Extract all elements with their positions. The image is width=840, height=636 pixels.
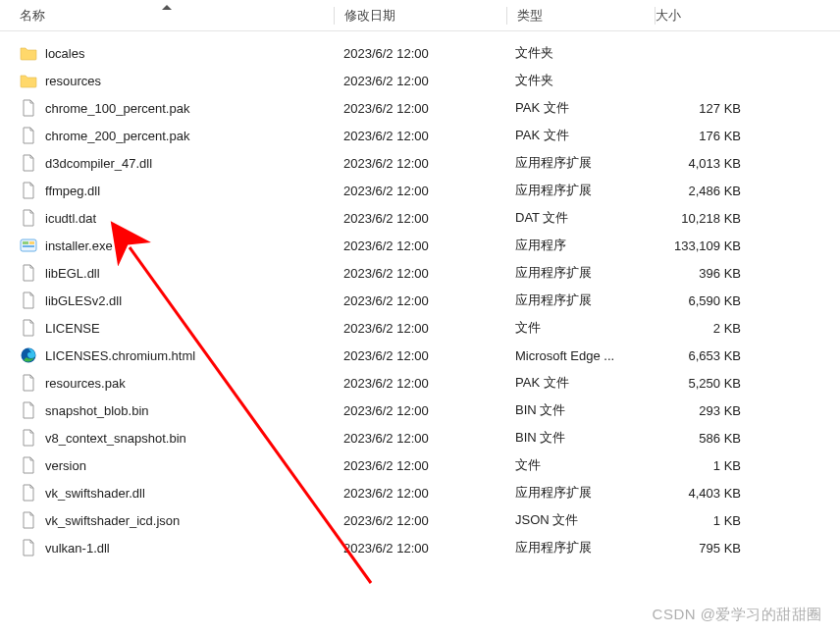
- file-name-label: d3dcompiler_47.dll: [45, 156, 152, 171]
- file-icon: [20, 319, 37, 337]
- edge-icon: [20, 346, 37, 364]
- file-name-cell: resources: [0, 72, 334, 89]
- file-icon: [20, 264, 37, 282]
- file-name-cell: vk_swiftshader.dll: [0, 484, 334, 502]
- file-row[interactable]: d3dcompiler_47.dll2023/6/2 12:00应用程序扩展4,…: [0, 149, 840, 177]
- file-date-cell: 2023/6/2 12:00: [334, 513, 505, 528]
- file-name-cell: chrome_200_percent.pak: [0, 127, 334, 144]
- file-row[interactable]: libEGL.dll2023/6/2 12:00应用程序扩展396 KB: [0, 259, 840, 287]
- file-size-cell: 2,486 KB: [653, 184, 761, 198]
- file-row[interactable]: vk_swiftshader.dll2023/6/2 12:00应用程序扩展4,…: [0, 479, 840, 506]
- file-list: locales2023/6/2 12:00文件夹resources2023/6/…: [0, 31, 840, 561]
- svg-rect-1: [23, 241, 28, 244]
- file-row[interactable]: ffmpeg.dll2023/6/2 12:00应用程序扩展2,486 KB: [0, 177, 840, 204]
- file-type-cell: 文件夹: [505, 44, 653, 62]
- file-date-cell: 2023/6/2 12:00: [334, 321, 505, 336]
- file-row[interactable]: resources.pak2023/6/2 12:00PAK 文件5,250 K…: [0, 369, 840, 397]
- file-size-cell: 795 KB: [653, 541, 761, 556]
- file-size-cell: 293 KB: [653, 403, 761, 418]
- file-icon: [20, 99, 37, 117]
- file-row[interactable]: locales2023/6/2 12:00文件夹: [0, 39, 840, 67]
- file-icon: [20, 401, 37, 419]
- file-row[interactable]: snapshot_blob.bin2023/6/2 12:00BIN 文件293…: [0, 397, 840, 424]
- file-date-cell: 2023/6/2 12:00: [334, 431, 505, 446]
- file-row[interactable]: v8_context_snapshot.bin2023/6/2 12:00BIN…: [0, 424, 840, 451]
- folder-icon: [20, 44, 37, 62]
- folder-icon: [20, 72, 37, 89]
- file-date-cell: 2023/6/2 12:00: [334, 156, 505, 171]
- file-type-cell: 应用程序扩展: [505, 154, 653, 172]
- file-name-label: resources.pak: [45, 376, 126, 391]
- file-icon: [20, 456, 37, 474]
- file-size-cell: 176 KB: [653, 129, 761, 143]
- svg-rect-3: [23, 245, 34, 247]
- file-name-label: libEGL.dll: [45, 266, 100, 281]
- file-type-cell: 应用程序扩展: [505, 539, 653, 556]
- file-icon: [20, 182, 37, 199]
- file-size-cell: 4,403 KB: [653, 486, 761, 501]
- column-header-name[interactable]: 名称: [0, 7, 334, 25]
- column-header-size[interactable]: 大小: [656, 7, 763, 25]
- file-date-cell: 2023/6/2 12:00: [334, 348, 505, 363]
- file-type-cell: 文件: [505, 456, 653, 474]
- file-date-cell: 2023/6/2 12:00: [334, 129, 505, 143]
- file-icon: [20, 154, 37, 172]
- file-name-label: LICENSE: [45, 321, 100, 336]
- file-size-cell: 2 KB: [653, 321, 761, 336]
- file-row[interactable]: libGLESv2.dll2023/6/2 12:00应用程序扩展6,590 K…: [0, 287, 840, 314]
- file-type-cell: 文件: [505, 319, 653, 337]
- watermark-text: CSDN @爱学习的甜甜圈: [653, 606, 822, 624]
- file-name-label: locales: [45, 46, 84, 61]
- file-name-label: snapshot_blob.bin: [45, 403, 149, 418]
- file-icon: [20, 209, 37, 227]
- file-name-label: libGLESv2.dll: [45, 293, 122, 308]
- file-row[interactable]: icudtl.dat2023/6/2 12:00DAT 文件10,218 KB: [0, 204, 840, 232]
- file-row[interactable]: LICENSE2023/6/2 12:00文件2 KB: [0, 314, 840, 342]
- file-type-cell: 应用程序: [505, 237, 653, 254]
- svg-rect-2: [29, 241, 34, 244]
- file-size-cell: 6,653 KB: [653, 348, 761, 363]
- file-name-cell: icudtl.dat: [0, 209, 334, 227]
- file-row[interactable]: vulkan-1.dll2023/6/2 12:00应用程序扩展795 KB: [0, 534, 840, 561]
- file-size-cell: 1 KB: [653, 458, 761, 473]
- file-type-cell: JSON 文件: [505, 511, 653, 529]
- file-name-cell: chrome_100_percent.pak: [0, 99, 334, 117]
- file-name-label: version: [45, 458, 86, 473]
- file-date-cell: 2023/6/2 12:00: [334, 74, 505, 88]
- file-icon: [20, 292, 37, 309]
- file-date-cell: 2023/6/2 12:00: [334, 101, 505, 116]
- file-name-cell: vulkan-1.dll: [0, 539, 334, 556]
- column-header-name-label: 名称: [20, 7, 45, 25]
- file-row[interactable]: vk_swiftshader_icd.json2023/6/2 12:00JSO…: [0, 506, 840, 534]
- file-type-cell: BIN 文件: [505, 429, 653, 447]
- file-row[interactable]: resources2023/6/2 12:00文件夹: [0, 67, 840, 94]
- file-size-cell: 127 KB: [653, 101, 761, 116]
- file-icon: [20, 539, 37, 556]
- file-row[interactable]: chrome_200_percent.pak2023/6/2 12:00PAK …: [0, 122, 840, 149]
- column-header-type[interactable]: 类型: [507, 7, 655, 25]
- file-icon: [20, 484, 37, 502]
- file-name-cell: LICENSE: [0, 319, 334, 337]
- file-size-cell: 10,218 KB: [653, 211, 761, 226]
- file-date-cell: 2023/6/2 12:00: [334, 266, 505, 281]
- file-row[interactable]: chrome_100_percent.pak2023/6/2 12:00PAK …: [0, 94, 840, 122]
- file-size-cell: 5,250 KB: [653, 376, 761, 391]
- file-date-cell: 2023/6/2 12:00: [334, 46, 505, 61]
- file-size-cell: 4,013 KB: [653, 156, 761, 171]
- column-header-size-label: 大小: [656, 7, 681, 25]
- file-name-cell: snapshot_blob.bin: [0, 401, 334, 419]
- file-name-cell: version: [0, 456, 334, 474]
- file-date-cell: 2023/6/2 12:00: [334, 458, 505, 473]
- file-row[interactable]: installer.exe2023/6/2 12:00应用程序133,109 K…: [0, 232, 840, 259]
- file-name-cell: ffmpeg.dll: [0, 182, 334, 199]
- file-name-label: vk_swiftshader_icd.json: [45, 513, 180, 528]
- file-date-cell: 2023/6/2 12:00: [334, 541, 505, 556]
- file-name-cell: libEGL.dll: [0, 264, 334, 282]
- file-date-cell: 2023/6/2 12:00: [334, 376, 505, 391]
- file-row[interactable]: version2023/6/2 12:00文件1 KB: [0, 451, 840, 479]
- file-date-cell: 2023/6/2 12:00: [334, 403, 505, 418]
- file-name-label: installer.exe: [45, 238, 113, 253]
- file-row[interactable]: LICENSES.chromium.html2023/6/2 12:00Micr…: [0, 342, 840, 369]
- column-header-date[interactable]: 修改日期: [335, 7, 506, 25]
- file-date-cell: 2023/6/2 12:00: [334, 486, 505, 501]
